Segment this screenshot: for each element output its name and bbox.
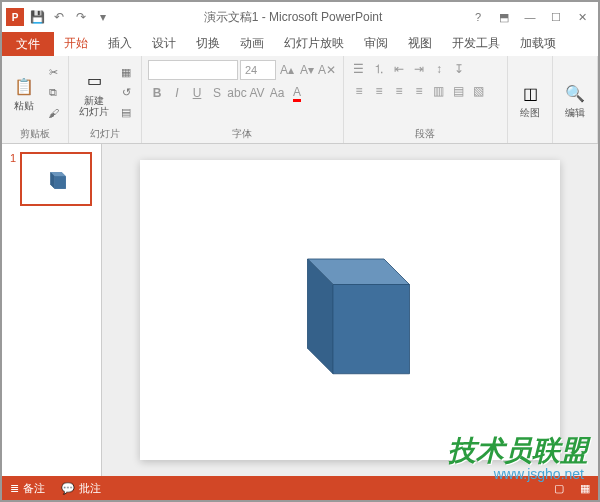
bullets-icon[interactable]: ☰: [350, 60, 368, 78]
comments-label: 批注: [79, 481, 101, 496]
status-bar: ≣ 备注 💬 批注 ▢ ▦: [2, 476, 598, 500]
window-title: 演示文稿1 - Microsoft PowerPoint: [120, 9, 466, 26]
notes-label: 备注: [23, 481, 45, 496]
ribbon-group-slides: ▭ 新建 幻灯片 ▦ ↺ ▤ 幻灯片: [69, 56, 142, 143]
new-slide-label: 新建 幻灯片: [79, 95, 109, 117]
qat-dropdown-icon[interactable]: ▾: [94, 8, 112, 26]
drawing-label: 绘图: [520, 107, 540, 118]
tab-developer[interactable]: 开发工具: [442, 31, 510, 56]
char-spacing-icon[interactable]: AV: [248, 84, 266, 102]
new-slide-icon: ▭: [82, 69, 106, 93]
main-area: 1: [2, 144, 598, 476]
paragraph-group-label: 段落: [350, 127, 501, 141]
italic-button[interactable]: I: [168, 84, 186, 102]
close-icon[interactable]: ✕: [570, 7, 594, 27]
strikethrough-button[interactable]: S: [208, 84, 226, 102]
titlebar: P 💾 ↶ ↷ ▾ 演示文稿1 - Microsoft PowerPoint ?…: [2, 2, 598, 32]
ribbon-tabs: 文件 开始 插入 设计 切换 动画 幻灯片放映 审阅 视图 开发工具 加载项: [2, 32, 598, 56]
powerpoint-icon: P: [6, 8, 24, 26]
tab-addins[interactable]: 加载项: [510, 31, 566, 56]
tab-review[interactable]: 审阅: [354, 31, 398, 56]
notes-icon: ≣: [10, 482, 19, 495]
help-icon[interactable]: ?: [466, 7, 490, 27]
editing-label: 编辑: [565, 107, 585, 118]
align-center-icon[interactable]: ≡: [370, 82, 388, 100]
comments-icon: 💬: [61, 482, 75, 495]
change-case-icon[interactable]: Aa: [268, 84, 286, 102]
tab-animation[interactable]: 动画: [230, 31, 274, 56]
new-slide-button[interactable]: ▭ 新建 幻灯片: [75, 60, 113, 125]
clear-format-icon[interactable]: A✕: [318, 61, 336, 79]
columns-icon[interactable]: ▥: [430, 82, 448, 100]
line-spacing-icon[interactable]: ↕: [430, 60, 448, 78]
tab-home[interactable]: 开始: [54, 31, 98, 56]
ribbon-group-clipboard: 📋 粘贴 ✂ ⧉ 🖌 剪贴板: [2, 56, 69, 143]
thumbnail-preview: [20, 152, 92, 206]
svg-marker-8: [333, 285, 410, 374]
tab-slideshow[interactable]: 幻灯片放映: [274, 31, 354, 56]
cube-thumb-icon: [42, 165, 70, 193]
shapes-icon: ◫: [518, 81, 542, 105]
font-family-select[interactable]: [148, 60, 238, 80]
drawing-button[interactable]: ◫ 绘图: [514, 60, 546, 139]
smartart-icon[interactable]: ▧: [470, 82, 488, 100]
slide-canvas-area[interactable]: [102, 144, 598, 476]
paste-label: 粘贴: [14, 100, 34, 111]
tab-view[interactable]: 视图: [398, 31, 442, 56]
tab-file[interactable]: 文件: [2, 32, 54, 56]
ribbon-display-icon[interactable]: ⬒: [492, 7, 516, 27]
copy-icon[interactable]: ⧉: [44, 84, 62, 102]
text-direction-icon[interactable]: ↧: [450, 60, 468, 78]
cut-icon[interactable]: ✂: [44, 64, 62, 82]
editing-button[interactable]: 🔍 编辑: [559, 60, 591, 139]
tab-insert[interactable]: 插入: [98, 31, 142, 56]
minimize-icon[interactable]: —: [518, 7, 542, 27]
cube-shape[interactable]: [265, 225, 435, 395]
tab-transition[interactable]: 切换: [186, 31, 230, 56]
align-text-icon[interactable]: ▤: [450, 82, 468, 100]
ribbon-group-drawing: ◫ 绘图: [508, 56, 553, 143]
ribbon-group-font: 24 A▴ A▾ A✕ B I U S abc AV Aa A 字体: [142, 56, 344, 143]
slide-thumbnail-panel: 1: [2, 144, 102, 476]
shadow-button[interactable]: abc: [228, 84, 246, 102]
ribbon-group-editing: 🔍 编辑: [553, 56, 598, 143]
redo-icon[interactable]: ↷: [72, 8, 90, 26]
window-controls: ? ⬒ — ☐ ✕: [466, 7, 594, 27]
font-group-label: 字体: [148, 127, 337, 141]
comments-button[interactable]: 💬 批注: [61, 481, 101, 496]
slides-group-label: 幻灯片: [75, 127, 135, 141]
ribbon-group-paragraph: ☰ ⒈ ⇤ ⇥ ↕ ↧ ≡ ≡ ≡ ≡ ▥ ▤ ▧ 段落: [344, 56, 508, 143]
format-painter-icon[interactable]: 🖌: [44, 104, 62, 122]
underline-button[interactable]: U: [188, 84, 206, 102]
slide-thumbnail-item[interactable]: 1: [10, 152, 93, 206]
align-right-icon[interactable]: ≡: [390, 82, 408, 100]
tab-design[interactable]: 设计: [142, 31, 186, 56]
reset-icon[interactable]: ↺: [117, 84, 135, 102]
undo-icon[interactable]: ↶: [50, 8, 68, 26]
justify-icon[interactable]: ≡: [410, 82, 428, 100]
slide[interactable]: [140, 160, 560, 460]
clipboard-group-label: 剪贴板: [8, 127, 62, 141]
view-normal-icon[interactable]: ▢: [554, 482, 564, 495]
thumbnail-number: 1: [10, 152, 16, 206]
paste-icon: 📋: [12, 74, 36, 98]
decrease-indent-icon[interactable]: ⇤: [390, 60, 408, 78]
ribbon: 📋 粘贴 ✂ ⧉ 🖌 剪贴板 ▭ 新建 幻灯片 ▦ ↺ ▤ 幻灯片: [2, 56, 598, 144]
view-sorter-icon[interactable]: ▦: [580, 482, 590, 495]
quick-access-toolbar: 💾 ↶ ↷ ▾: [28, 8, 112, 26]
layout-icon[interactable]: ▦: [117, 64, 135, 82]
align-left-icon[interactable]: ≡: [350, 82, 368, 100]
decrease-font-icon[interactable]: A▾: [298, 61, 316, 79]
bold-button[interactable]: B: [148, 84, 166, 102]
increase-font-icon[interactable]: A▴: [278, 61, 296, 79]
notes-button[interactable]: ≣ 备注: [10, 481, 45, 496]
save-icon[interactable]: 💾: [28, 8, 46, 26]
find-icon: 🔍: [563, 81, 587, 105]
font-color-icon[interactable]: A: [288, 84, 306, 102]
section-icon[interactable]: ▤: [117, 104, 135, 122]
font-size-select[interactable]: 24: [240, 60, 276, 80]
paste-button[interactable]: 📋 粘贴: [8, 60, 40, 125]
numbering-icon[interactable]: ⒈: [370, 60, 388, 78]
maximize-icon[interactable]: ☐: [544, 7, 568, 27]
increase-indent-icon[interactable]: ⇥: [410, 60, 428, 78]
